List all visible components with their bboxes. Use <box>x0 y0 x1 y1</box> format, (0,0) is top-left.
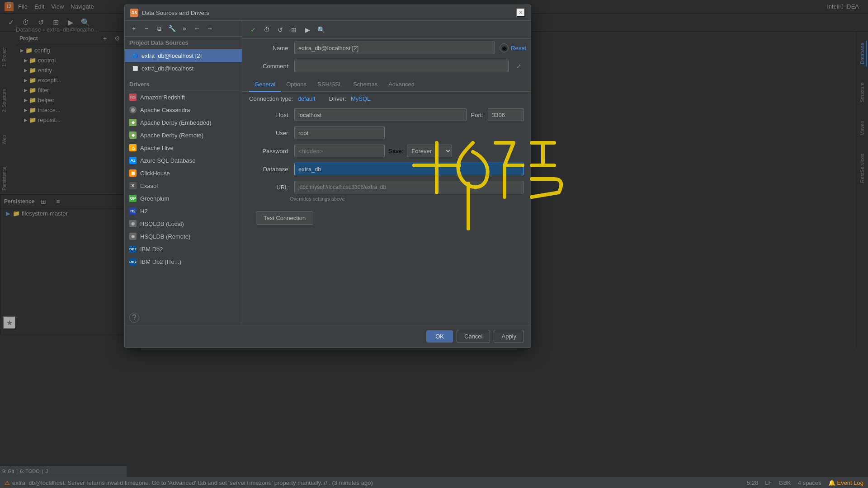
datasource-label-1: extra_db@localhost <box>142 65 193 72</box>
url-input[interactable] <box>294 181 524 193</box>
more-datasource-btn[interactable]: » <box>179 23 190 34</box>
name-indicator[interactable]: ◉ <box>500 43 509 52</box>
copy-datasource-btn[interactable]: ⧉ <box>154 23 165 34</box>
status-charset[interactable]: GBK <box>778 479 791 486</box>
database-input[interactable] <box>294 163 524 175</box>
config-datasource-btn[interactable]: 🔧 <box>166 23 177 34</box>
password-input[interactable] <box>294 145 385 157</box>
driver-exasol[interactable]: ✕ Exasol <box>125 179 242 192</box>
status-encoding[interactable]: LF <box>765 479 772 486</box>
tab-ssh-ssl[interactable]: SSH/SSL <box>312 77 348 92</box>
dialog-icon: DS <box>130 9 138 17</box>
driver-apache-cassandra[interactable]: ◎ Apache Cassandra <box>125 103 242 116</box>
driver-apache-hive[interactable]: △ Apache Hive <box>125 141 242 154</box>
password-label: Password: <box>249 148 290 155</box>
back-datasource-btn[interactable]: ← <box>192 23 203 34</box>
driver-icon-ibm-db2: DB2 <box>129 245 137 253</box>
left-tab-1[interactable]: 1: Project <box>1 45 9 69</box>
comment-label: Comment: <box>249 63 290 70</box>
host-label: Host: <box>249 112 290 118</box>
datasource-label-0: extra_db@localhost [2] <box>142 52 202 59</box>
driver-h2[interactable]: H2 H2 <box>125 205 242 217</box>
right-toolbar-check[interactable]: ✓ <box>248 24 259 35</box>
bottom-tab-more: | <box>42 469 43 474</box>
tab-advanced[interactable]: Advanced <box>383 77 420 92</box>
port-input[interactable] <box>488 108 524 121</box>
left-tab-persistence[interactable]: Persistence <box>1 164 9 192</box>
remove-datasource-btn[interactable]: − <box>141 23 152 34</box>
driver-ibm-db2[interactable]: DB2 IBM Db2 <box>125 243 242 255</box>
status-indent[interactable]: 4 spaces <box>798 479 821 486</box>
driver-hsqldb-local[interactable]: ◉ HSQLDB (Local) <box>125 217 242 230</box>
driver-clickhouse[interactable]: ▣ ClickHouse <box>125 167 242 179</box>
driver-hsqldb-remote[interactable]: ◉ HSQLDB (Remote) <box>125 230 242 243</box>
ok-button[interactable]: OK <box>426 330 453 343</box>
datasource-icon-0: 🔵 <box>132 52 139 59</box>
help-button[interactable]: ? <box>129 313 139 323</box>
driver-greenplum[interactable]: GP Greenplum <box>125 192 242 205</box>
user-input[interactable] <box>294 127 385 139</box>
host-input[interactable] <box>294 108 467 121</box>
event-log[interactable]: 🔔 Event Log <box>828 479 863 486</box>
data-sources-dialog: DS Data Sources and Drivers × + − ⧉ 🔧 » … <box>124 5 531 348</box>
test-connection-button[interactable]: Test Connection <box>256 211 313 225</box>
left-tab-web[interactable]: Web <box>1 133 9 146</box>
status-right: 5:28 LF GBK 4 spaces 🔔 Event Log <box>747 479 863 486</box>
database-label: Database: <box>249 166 290 173</box>
comment-row: Comment: ⤢ <box>242 57 531 75</box>
right-toolbar-run[interactable]: ▶ <box>302 24 313 35</box>
driver-value[interactable]: MySQL <box>351 95 370 102</box>
dialog-title-text: Data Sources and Drivers <box>142 9 209 16</box>
tab-schemas[interactable]: Schemas <box>348 77 383 92</box>
host-port-row: Host: Port: <box>242 106 531 124</box>
right-panel-toolbar: ✓ ⏱ ↺ ⊞ ▶ 🔍 <box>242 21 531 39</box>
tab-general[interactable]: General <box>249 77 281 92</box>
url-label: URL: <box>249 184 290 191</box>
driver-label-field: Driver: <box>329 95 346 102</box>
driver-apache-derby-emb[interactable]: ◆ Apache Derby (Embedded) <box>125 116 242 129</box>
right-toolbar-clock[interactable]: ⏱ <box>261 24 272 35</box>
bottom-tab-j[interactable]: J <box>46 469 48 474</box>
bottom-tab-sep: | <box>16 469 18 474</box>
right-toolbar-search[interactable]: 🔍 <box>316 24 326 35</box>
cancel-button[interactable]: Cancel <box>457 330 490 343</box>
user-row: User: <box>242 124 531 142</box>
connection-type-value[interactable]: default <box>298 95 316 102</box>
save-select[interactable]: Forever For session Never <box>407 145 452 157</box>
driver-amazon-redshift[interactable]: RS Amazon Redshift <box>125 91 242 103</box>
driver-label-azure: Azure SQL Database <box>140 157 195 164</box>
database-row: Database: <box>242 160 531 178</box>
name-input[interactable] <box>294 42 495 54</box>
url-hint: Overrides settings above <box>242 196 531 202</box>
bottom-tab-todo[interactable]: 6: TODO <box>20 469 40 474</box>
connection-type-row: Connection type: default Driver: MySQL <box>242 92 531 106</box>
port-label: Port: <box>471 112 483 118</box>
driver-apache-derby-rem[interactable]: ◆ Apache Derby (Remote) <box>125 129 242 141</box>
datasource-item-1[interactable]: ⬜ extra_db@localhost <box>125 62 242 75</box>
comment-expand-btn[interactable]: ⤢ <box>513 61 524 71</box>
dialog-footer: OK Cancel Apply <box>125 325 531 347</box>
dialog-left-panel: + − ⧉ 🔧 » ← → Project Data Sources 🔵 ext… <box>125 21 242 325</box>
dialog-titlebar: DS Data Sources and Drivers × <box>125 5 531 21</box>
driver-icon-ibm-db2-ito: DB2 <box>129 258 137 265</box>
datasource-item-0[interactable]: 🔵 extra_db@localhost [2] <box>125 49 242 62</box>
password-row: Password: Save: Forever For session Neve… <box>242 142 531 160</box>
reset-button[interactable]: Reset <box>513 42 524 53</box>
driver-label-redshift: Amazon Redshift <box>140 94 185 101</box>
driver-ibm-db2-ito[interactable]: DB2 IBM Db2 (ITo...) <box>125 255 242 268</box>
right-toolbar-undo[interactable]: ↺ <box>275 24 286 35</box>
forward-datasource-btn[interactable]: → <box>204 23 215 34</box>
driver-icon-derby-emb: ◆ <box>129 119 137 126</box>
right-toolbar-grid[interactable]: ⊞ <box>288 24 299 35</box>
apply-button[interactable]: Apply <box>494 330 524 343</box>
add-datasource-btn[interactable]: + <box>128 23 139 34</box>
name-label: Name: <box>249 45 290 52</box>
driver-icon-exasol: ✕ <box>129 182 137 189</box>
name-row: Name: ◉ Reset <box>242 39 531 57</box>
tab-options[interactable]: Options <box>281 77 312 92</box>
comment-input[interactable] <box>294 60 509 72</box>
bottom-tab-git[interactable]: 9: Git <box>2 469 14 474</box>
driver-azure-sql[interactable]: Az Azure SQL Database <box>125 154 242 167</box>
left-tab-2[interactable]: 2: Structure <box>1 87 9 115</box>
dialog-close-button[interactable]: × <box>516 8 525 17</box>
